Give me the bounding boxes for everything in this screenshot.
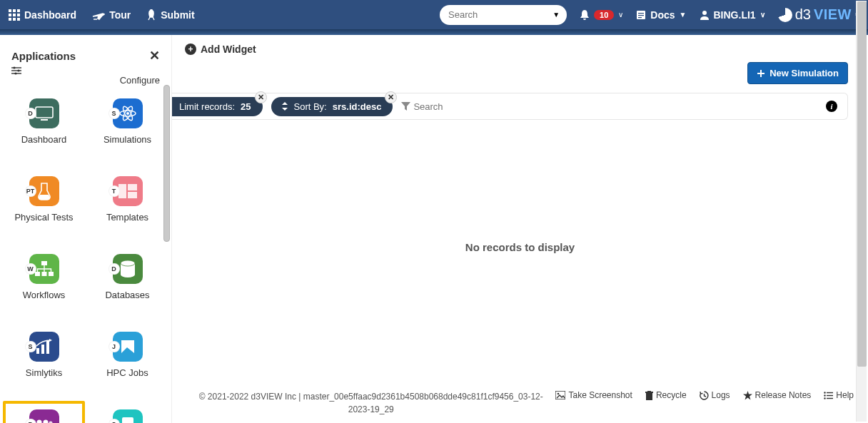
svg-rect-28 xyxy=(128,192,137,198)
app-corner-badge: J xyxy=(108,341,120,352)
workflows-icon: W xyxy=(29,254,59,284)
nav-dashboard[interactable]: Dashboard xyxy=(9,9,76,21)
history-icon xyxy=(700,391,709,400)
sort-by-pill[interactable]: Sort By: srs.id:desc ✕ xyxy=(271,97,393,116)
list-icon xyxy=(824,392,833,399)
app-tile-workflows[interactable]: WWorkflows xyxy=(10,254,78,300)
scrollbar-thumb[interactable] xyxy=(857,1,867,367)
sidebar-scrollbar[interactable] xyxy=(163,85,170,242)
take-screenshot-link[interactable]: Take Screenshot xyxy=(555,390,632,400)
release-notes-link[interactable]: Release Notes xyxy=(743,390,812,400)
grid-icon xyxy=(9,9,20,21)
close-icon[interactable]: ✕ xyxy=(385,91,397,103)
app-tile-physical-tests[interactable]: PTPhysical Tests xyxy=(10,176,78,223)
app-corner-badge: S xyxy=(108,419,120,423)
svg-rect-10 xyxy=(638,13,644,14)
trash-icon xyxy=(645,391,653,400)
page-scrollbar[interactable] xyxy=(856,1,867,422)
app-corner-badge: S xyxy=(25,341,36,352)
hpc-jobs-icon: J xyxy=(113,332,143,362)
svg-rect-1 xyxy=(13,9,16,12)
sort-icon xyxy=(281,102,288,111)
app-tile-simlytiks[interactable]: SSimlytiks xyxy=(10,332,78,378)
help-label: Help xyxy=(836,390,854,400)
app-tile-dashboard[interactable]: DDashboard xyxy=(10,98,78,145)
filter-search[interactable]: Search xyxy=(401,101,443,112)
nav-tour-label: Tour xyxy=(109,9,131,21)
simulations-icon: S xyxy=(113,98,143,128)
chevron-down-icon: ▼ xyxy=(680,11,687,19)
app-label: Templates xyxy=(106,212,148,223)
app-corner-badge: D xyxy=(108,263,120,275)
svg-rect-7 xyxy=(13,18,16,21)
new-simulation-label: New Simulation xyxy=(769,68,839,78)
plus-icon xyxy=(757,69,765,78)
svg-rect-0 xyxy=(9,9,11,12)
logo-view: VIEW xyxy=(814,6,852,23)
screenshot-label: Take Screenshot xyxy=(568,390,632,400)
global-search[interactable]: ▼ xyxy=(440,5,567,25)
help-link[interactable]: Help xyxy=(824,390,854,400)
notes-label: Release Notes xyxy=(755,390,812,400)
svg-point-13 xyxy=(702,11,707,15)
app-tile-databases[interactable]: DDatabases xyxy=(94,254,161,300)
dashboard-icon: D xyxy=(29,98,59,128)
docs-icon xyxy=(636,10,646,20)
svg-rect-50 xyxy=(647,391,651,392)
nav-submit[interactable]: Submit xyxy=(146,9,194,21)
app-label: Dashboard xyxy=(21,134,67,145)
templates-icon: T xyxy=(113,176,143,206)
svg-rect-36 xyxy=(41,345,44,354)
databases-icon: D xyxy=(113,254,143,284)
svg-rect-2 xyxy=(17,9,20,12)
app-label: Databases xyxy=(105,290,149,300)
app-tile-studies[interactable]: SStudies xyxy=(94,409,161,423)
applications-panel: Applications ✕ Configure DDashboardSSimu… xyxy=(0,35,172,423)
svg-point-25 xyxy=(126,112,129,115)
svg-rect-46 xyxy=(555,391,565,399)
app-corner-badge: PT xyxy=(25,185,36,197)
footer: © 2021-2022 d3VIEW Inc | master_00e5ffaa… xyxy=(172,383,868,423)
app-tile-projects[interactable]: PProjects xyxy=(10,409,78,423)
nav-docs[interactable]: Docs ▼ xyxy=(636,9,686,21)
svg-point-38 xyxy=(36,420,41,424)
svg-point-17 xyxy=(17,69,19,71)
projects-icon: P xyxy=(29,409,59,423)
nav-user[interactable]: BING.LI1 ∨ xyxy=(700,9,765,21)
sort-value: srs.id:desc xyxy=(333,101,382,112)
app-corner-badge: T xyxy=(108,185,120,197)
funnel-icon xyxy=(401,102,410,111)
svg-rect-29 xyxy=(41,261,47,265)
search-caret-icon[interactable]: ▼ xyxy=(552,11,560,19)
limit-records-pill[interactable]: Limit records: 25 ✕ xyxy=(172,97,263,116)
svg-rect-32 xyxy=(49,272,54,276)
new-simulation-button[interactable]: New Simulation xyxy=(747,62,848,84)
user-icon xyxy=(700,10,710,20)
svg-rect-6 xyxy=(9,18,11,21)
logs-link[interactable]: Logs xyxy=(700,390,730,400)
info-icon[interactable]: i xyxy=(826,101,837,112)
add-widget-label: Add Widget xyxy=(201,44,256,55)
notifications[interactable]: 10 ∨ xyxy=(580,9,623,21)
close-icon[interactable]: ✕ xyxy=(255,91,267,103)
limit-value: 25 xyxy=(241,101,251,112)
svg-point-53 xyxy=(824,394,826,396)
app-tile-templates[interactable]: TTemplates xyxy=(94,176,161,223)
svg-rect-54 xyxy=(827,394,833,395)
nav-docs-label: Docs xyxy=(650,9,675,21)
recycle-label: Recycle xyxy=(656,390,687,400)
app-tile-hpc-jobs[interactable]: JHPC Jobs xyxy=(94,332,161,378)
add-widget-button[interactable]: + Add Widget xyxy=(185,44,256,55)
svg-rect-11 xyxy=(638,15,644,16)
app-tile-simulations[interactable]: SSimulations xyxy=(94,98,161,145)
close-icon[interactable]: ✕ xyxy=(149,48,160,63)
search-input[interactable] xyxy=(448,9,558,20)
nav-dashboard-label: Dashboard xyxy=(24,9,76,21)
configure-link[interactable]: Configure xyxy=(0,66,171,91)
svg-rect-20 xyxy=(36,107,53,118)
svg-rect-21 xyxy=(41,119,48,121)
svg-point-15 xyxy=(13,66,15,68)
nav-tour[interactable]: Tour xyxy=(92,9,131,21)
svg-rect-48 xyxy=(646,393,652,400)
recycle-link[interactable]: Recycle xyxy=(645,390,687,400)
